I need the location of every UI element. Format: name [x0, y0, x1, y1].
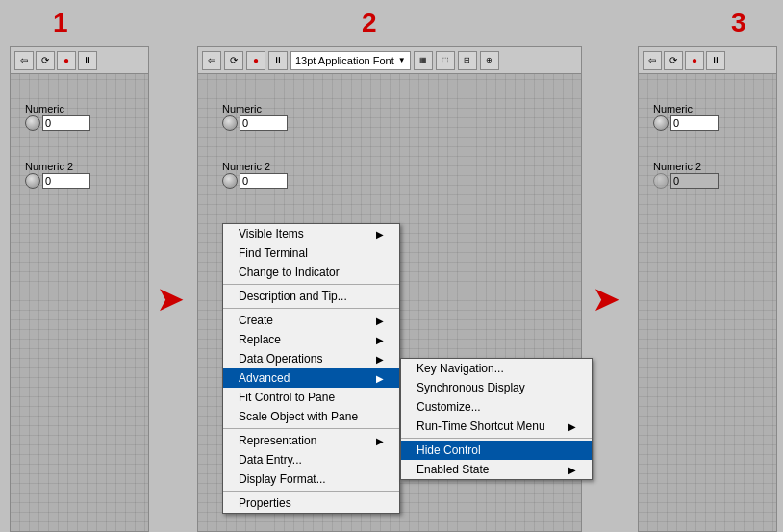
submenu-hide-control[interactable]: Hide Control: [401, 441, 592, 460]
menu-data-operations[interactable]: Data Operations▶: [223, 349, 399, 368]
panel3-numeric1-label: Numeric: [653, 103, 719, 114]
panel1-btn-pause[interactable]: ⏸: [78, 51, 97, 70]
panel2-numeric2-label: Numeric 2: [222, 161, 288, 172]
panel-2-content: Numeric 0 Numeric 2 0 Visible Items▶ Fin…: [198, 74, 581, 531]
panel2-numeric1: Numeric 0: [222, 103, 288, 131]
panel3-numeric1-knob[interactable]: [653, 115, 669, 131]
panel-1: ⇦ ⟳ ● ⏸ Numeric 0 Numeric 2 0: [10, 46, 149, 532]
menu-create[interactable]: Create▶: [223, 311, 399, 330]
arrow-2: ➤: [592, 279, 620, 319]
panel3-numeric2: Numeric 2 0: [653, 161, 719, 189]
panel-2: ⇦ ⟳ ● ⏸ 13pt Application Font ▼ ▦ ⬚ ⊞ ⊕ …: [197, 46, 582, 532]
panel2-btn-extra3[interactable]: ⊞: [458, 51, 477, 70]
rep-arrow: ▶: [376, 436, 384, 446]
section-label-3: 3: [731, 8, 746, 38]
panel2-numeric2-knob[interactable]: [222, 173, 238, 189]
submenu-customize[interactable]: Customize...: [401, 397, 592, 417]
panel3-btn-pause[interactable]: ⏸: [706, 51, 725, 70]
data-ops-arrow: ▶: [376, 354, 384, 365]
panel1-btn-run[interactable]: ●: [57, 51, 76, 70]
menu-change-indicator[interactable]: Change to Indicator: [223, 263, 399, 282]
panel2-btn-arrow[interactable]: ⇦: [202, 51, 221, 70]
panel1-numeric2-knob[interactable]: [25, 173, 40, 189]
panel-1-toolbar: ⇦ ⟳ ● ⏸: [11, 47, 148, 74]
panel2-numeric1-value[interactable]: 0: [240, 115, 288, 131]
panel1-numeric2: Numeric 2 0: [25, 161, 90, 189]
panel2-numeric2-value[interactable]: 0: [240, 173, 288, 189]
panel3-numeric2-value: 0: [670, 173, 719, 189]
submenu-sep-1: [401, 438, 592, 439]
context-menu: Visible Items▶ Find Terminal Change to I…: [222, 223, 400, 514]
panel-3-content: Numeric 0 Numeric 2 0: [639, 74, 776, 531]
menu-fit-control[interactable]: Fit Control to Pane: [223, 388, 399, 407]
panel1-numeric2-value[interactable]: 0: [42, 173, 90, 189]
advanced-arrow: ▶: [376, 373, 384, 384]
panel2-btn-refresh[interactable]: ⟳: [224, 51, 243, 70]
enabled-state-arrow: ▶: [568, 465, 576, 475]
panel1-numeric1-value[interactable]: 0: [42, 115, 90, 131]
panel3-btn-run[interactable]: ●: [685, 51, 704, 70]
menu-description-tip[interactable]: Description and Tip...: [223, 287, 399, 306]
panel3-numeric2-knob[interactable]: [653, 173, 669, 189]
panel-2-toolbar: ⇦ ⟳ ● ⏸ 13pt Application Font ▼ ▦ ⬚ ⊞ ⊕: [198, 47, 581, 74]
panel-1-content: Numeric 0 Numeric 2 0: [11, 74, 148, 531]
panel2-numeric1-knob[interactable]: [222, 115, 238, 131]
panel2-btn-run[interactable]: ●: [246, 51, 265, 70]
menu-sep-4: [223, 491, 399, 492]
panel-3: ⇦ ⟳ ● ⏸ Numeric 0 Numeric 2 0: [638, 46, 777, 532]
panel3-btn-arrow[interactable]: ⇦: [643, 51, 662, 70]
submenu-enabled-state[interactable]: Enabled State▶: [401, 460, 592, 479]
menu-sep-2: [223, 308, 399, 309]
panel1-btn-refresh[interactable]: ⟳: [36, 51, 55, 70]
menu-sep-3: [223, 428, 399, 429]
panel1-numeric1: Numeric 0: [25, 103, 90, 131]
panel1-btn-arrow[interactable]: ⇦: [14, 51, 34, 70]
panel3-btn-refresh[interactable]: ⟳: [664, 51, 683, 70]
replace-arrow: ▶: [376, 335, 384, 345]
arrow-1: ➤: [156, 279, 185, 319]
panel1-numeric1-knob[interactable]: [25, 115, 40, 131]
section-label-1: 1: [53, 8, 68, 38]
panel3-numeric2-label: Numeric 2: [653, 161, 719, 172]
section-label-2: 2: [362, 8, 377, 38]
panel1-numeric2-label: Numeric 2: [25, 161, 90, 172]
create-arrow: ▶: [376, 316, 384, 326]
panel2-btn-pause[interactable]: ⏸: [268, 51, 288, 70]
panel2-btn-extra2[interactable]: ⬚: [436, 51, 455, 70]
panel2-btn-extra4[interactable]: ⊕: [480, 51, 499, 70]
panel2-btn-extra1[interactable]: ▦: [414, 51, 433, 70]
menu-data-entry[interactable]: Data Entry...: [223, 450, 399, 469]
panel3-numeric1-value[interactable]: 0: [670, 115, 719, 131]
runtime-arrow: ▶: [568, 421, 576, 432]
menu-visible-items[interactable]: Visible Items▶: [223, 224, 399, 243]
menu-advanced[interactable]: Advanced▶: [223, 368, 399, 388]
menu-display-format[interactable]: Display Format...: [223, 469, 399, 489]
menu-sep-1: [223, 284, 399, 285]
panel3-numeric1: Numeric 0: [653, 103, 719, 131]
panel2-numeric1-label: Numeric: [222, 103, 288, 114]
menu-scale-object[interactable]: Scale Object with Pane: [223, 407, 399, 426]
panel2-font-selector[interactable]: 13pt Application Font ▼: [290, 51, 411, 70]
panel1-numeric1-label: Numeric: [25, 103, 90, 114]
submenu-arrow: ▶: [376, 229, 384, 240]
submenu-runtime-shortcut[interactable]: Run-Time Shortcut Menu▶: [401, 417, 592, 436]
font-dropdown-arrow: ▼: [398, 56, 406, 64]
menu-find-terminal[interactable]: Find Terminal: [223, 243, 399, 263]
submenu-sync-display[interactable]: Synchronous Display: [401, 378, 592, 397]
menu-replace[interactable]: Replace▶: [223, 330, 399, 349]
menu-representation[interactable]: Representation▶: [223, 431, 399, 450]
submenu-advanced: Key Navigation... Synchronous Display Cu…: [400, 358, 593, 480]
panel-3-toolbar: ⇦ ⟳ ● ⏸: [639, 47, 776, 74]
submenu-key-navigation[interactable]: Key Navigation...: [401, 359, 592, 378]
menu-properties[interactable]: Properties: [223, 494, 399, 513]
panel2-numeric2: Numeric 2 0: [222, 161, 288, 189]
